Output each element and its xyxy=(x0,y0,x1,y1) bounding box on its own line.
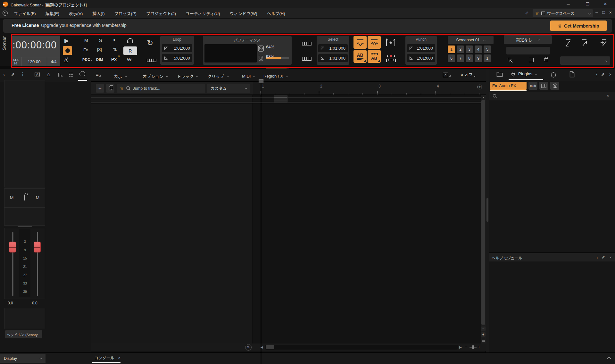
play-button[interactable]: ▶ xyxy=(64,37,69,44)
trackview-hamburger-icon[interactable]: ≡ xyxy=(96,72,101,77)
timesig-field[interactable]: 4/4 xyxy=(47,57,60,66)
timeline-ruler[interactable]: 1 2 3 4 + xyxy=(253,82,486,95)
scroll-up-arrow[interactable]: ▲ xyxy=(482,96,485,99)
jump-to-track-search[interactable]: ♕ Jump to track... xyxy=(117,84,205,93)
console-tab[interactable]: コンソール × xyxy=(94,355,121,361)
fx-bypass-toggle[interactable]: Fx xyxy=(83,47,88,52)
won-toggle[interactable]: ₩ xyxy=(127,57,131,62)
meter-display-icon[interactable] xyxy=(58,72,63,77)
volume-fader-handle-2[interactable] xyxy=(34,242,41,252)
float-view-icon[interactable]: ⇗ xyxy=(525,10,529,15)
lock-icon[interactable] xyxy=(544,58,548,61)
screenset-10-button[interactable]: 1 xyxy=(484,54,491,62)
knob-panel-icon[interactable] xyxy=(79,71,85,77)
kebab-menu-icon[interactable]: ⋮ xyxy=(21,71,25,77)
horizontal-scrollbar[interactable]: ⇅ ◀ ▶ − + xyxy=(91,343,486,351)
zoom-out-h-button[interactable]: − xyxy=(465,344,468,349)
select-start-field[interactable]: 1:01:000 xyxy=(318,44,348,52)
samplerate-field[interactable]: 44.116 xyxy=(12,57,21,66)
previous-marker-icon[interactable] xyxy=(563,38,572,48)
hscroll-track[interactable] xyxy=(265,345,458,350)
close-tab-icon[interactable]: × xyxy=(118,355,121,360)
pdc-toggle[interactable]: PDC xyxy=(82,58,93,62)
folder-icon[interactable] xyxy=(496,72,503,77)
clear-search-icon[interactable]: × xyxy=(607,93,609,98)
browser-tab-plugins[interactable]: Plugins xyxy=(518,71,537,76)
lock-icon[interactable] xyxy=(24,195,25,201)
float-panel-icon[interactable]: ⇗ xyxy=(11,72,15,77)
collapse-right-icon[interactable]: › xyxy=(609,71,611,77)
screenset-9-button[interactable]: 9 xyxy=(475,54,482,62)
marker-flags-icon[interactable] xyxy=(385,37,397,48)
chevron-down-icon[interactable] xyxy=(610,256,612,258)
screenset-8-button[interactable]: 8 xyxy=(466,54,473,62)
auto-punch-sine-button[interactable] xyxy=(353,36,367,49)
screenset-1-button[interactable]: 1 xyxy=(448,46,455,53)
ab-ruler-button[interactable]: AB xyxy=(368,50,381,63)
instruments-icon[interactable] xyxy=(550,71,557,78)
punch-in-field[interactable]: 1:01:000 xyxy=(407,44,435,52)
kebab-menu-icon[interactable]: ⋮ xyxy=(595,255,599,260)
screenset-dropdown[interactable]: Screenset 01 xyxy=(448,36,494,44)
loop-ruler-icon[interactable] xyxy=(147,57,156,62)
output-field[interactable]: ヘッドホン (Senary xyxy=(5,330,42,338)
menu-clips[interactable]: クリップ xyxy=(207,71,229,81)
add-marker-icon[interactable] xyxy=(599,38,608,48)
record-mode-button[interactable]: R xyxy=(123,46,137,55)
record-button[interactable] xyxy=(63,46,72,55)
screenset-2-button[interactable]: 2 xyxy=(457,46,464,53)
zoom-grip[interactable] xyxy=(482,339,485,343)
screenset-7-button[interactable]: 7 xyxy=(457,54,464,62)
playhead-handle[interactable] xyxy=(259,79,263,83)
menu-edit[interactable]: 編集(E) xyxy=(41,8,64,18)
menu-view[interactable]: 表示(V) xyxy=(64,8,87,18)
expand-dock-icon[interactable] xyxy=(607,357,611,361)
menu-file[interactable]: ファイル(F) xyxy=(9,8,41,18)
scroll-thumb[interactable] xyxy=(481,100,485,325)
browser-search-row[interactable]: × xyxy=(489,92,615,100)
ruler-zoom-icon[interactable]: + xyxy=(477,85,482,89)
select-ruler-to-icon[interactable] xyxy=(302,56,312,61)
splitter-handle[interactable] xyxy=(18,226,32,227)
kebab-menu-icon[interactable]: ⋮ xyxy=(594,72,599,77)
menu-help[interactable]: ヘルプ(H) xyxy=(262,8,290,18)
loop-end-field[interactable]: 5:01:000 xyxy=(162,54,192,62)
vertical-scrollbar[interactable]: ▲ − + xyxy=(481,95,486,343)
metronome-icon[interactable]: △ xyxy=(64,56,68,63)
hscroll-thumb[interactable] xyxy=(266,345,274,349)
menu-insert[interactable]: 挿入(I) xyxy=(87,8,109,18)
mute-button[interactable]: M xyxy=(10,195,14,200)
mdi-minimize-button[interactable]: ─ xyxy=(595,11,598,14)
punch-out-field[interactable]: 1:01:000 xyxy=(407,54,435,62)
notes-list-icon[interactable] xyxy=(69,72,74,77)
restore-button[interactable]: ❐ xyxy=(583,2,592,6)
clips-pane[interactable] xyxy=(253,95,481,343)
menu-region-fx[interactable]: Region FX xyxy=(263,71,287,81)
close-button[interactable]: ✕ xyxy=(601,2,610,6)
zoom-out-v-button[interactable]: − xyxy=(481,327,486,331)
loop-start-field[interactable]: 1:01:000 xyxy=(162,44,192,52)
midi-fx-tab[interactable]: mıdı xyxy=(528,82,537,90)
screenset-5-button[interactable]: 5 xyxy=(484,46,491,53)
snap-to-landmark-icon[interactable] xyxy=(507,57,513,63)
hzoom-slider[interactable] xyxy=(470,347,477,348)
instruments-tab[interactable] xyxy=(539,82,548,90)
zoom-in-h-button[interactable]: + xyxy=(478,344,480,349)
tempo-track-block[interactable] xyxy=(274,95,287,103)
next-marker-icon[interactable] xyxy=(580,38,588,48)
loop-icon[interactable]: ↻ xyxy=(147,38,153,47)
screenset-3-button[interactable]: 3 xyxy=(466,46,473,53)
screenset-6-button[interactable]: 6 xyxy=(448,54,455,62)
snap-off-toggle[interactable]: ‹›オフ xyxy=(461,71,476,78)
menu-utility[interactable]: ユーティリティ(U) xyxy=(181,8,225,18)
file-icon[interactable] xyxy=(569,71,575,78)
workspace-dropdown[interactable]: ♕ ワークスペース xyxy=(533,9,593,17)
minimize-button[interactable]: ─ xyxy=(563,2,573,6)
time-display[interactable]: :00:00:00 44.116 120.00 4/4 xyxy=(12,36,60,66)
scroll-lock-button[interactable]: ⇅ xyxy=(245,344,252,351)
menu-tracks[interactable]: トラック xyxy=(177,71,198,81)
menu-process[interactable]: プロセス(P) xyxy=(110,8,141,18)
select-ruler-from-icon[interactable] xyxy=(302,40,312,46)
float-panel-icon[interactable]: ⇗ xyxy=(601,72,605,77)
snap-grid-icon[interactable]: × xyxy=(443,71,451,77)
